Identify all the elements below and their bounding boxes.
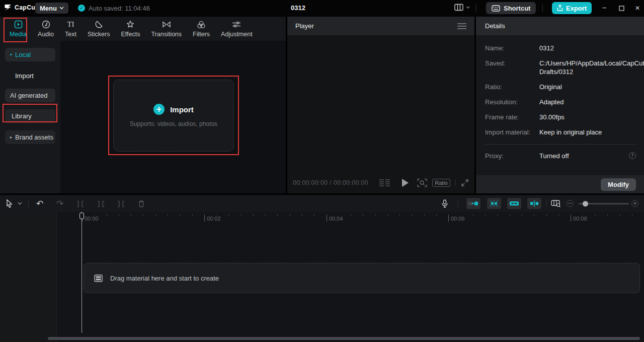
stickers-icon (95, 20, 103, 29)
tab-label: Stickers (88, 31, 110, 38)
export-button[interactable]: Export (552, 2, 592, 14)
detail-value: Adapted (539, 98, 564, 106)
project-title: 0312 (291, 4, 305, 12)
slider-handle[interactable] (583, 201, 588, 207)
import-button-label: Import (170, 105, 194, 114)
caret-right-icon: ▸ (10, 135, 12, 140)
fullscreen-icon[interactable] (461, 179, 469, 187)
export-icon (557, 5, 563, 12)
playhead[interactable] (82, 212, 82, 333)
shortcut-button[interactable]: Shortcut (486, 2, 536, 14)
playhead-handle[interactable] (79, 213, 84, 219)
player-panel: Player 00:00:00:00 / 00:00:00:00 Ratio (287, 17, 474, 193)
undo-button[interactable]: ↶ (33, 195, 46, 212)
delete-right-button[interactable]: ][ (115, 195, 128, 212)
detail-label: Name: (485, 44, 539, 52)
shortcut-label: Shortcut (504, 5, 530, 12)
timeline-preview-button[interactable] (549, 195, 562, 212)
play-button[interactable] (402, 179, 409, 187)
chevron-down-icon (59, 7, 64, 10)
sidebar-item-import[interactable]: Import (0, 71, 60, 81)
capcut-logo-icon (4, 4, 12, 12)
horizontal-scrollbar[interactable] (48, 337, 640, 340)
sidebar-item-ai-generated[interactable]: AI generated (5, 89, 55, 102)
menu-button[interactable]: Menu (35, 3, 68, 14)
timeline-zoom-slider[interactable] (579, 203, 629, 204)
tab-adjustment[interactable]: Adjustment (215, 20, 258, 38)
sidebar-item-label: Brand assets (15, 133, 53, 141)
close-button[interactable]: ✕ (631, 0, 644, 16)
detail-row-framerate: Frame rate: 30.00fps (485, 113, 635, 121)
tab-effects[interactable]: Effects (115, 20, 145, 38)
split-button[interactable]: ][ (74, 195, 87, 212)
ruler-label: 00:04 (327, 215, 343, 222)
chevron-down-icon (18, 202, 22, 205)
tab-stickers[interactable]: Stickers (82, 20, 115, 38)
player-controls: 00:00:00:00 / 00:00:00:00 Ratio (287, 172, 474, 193)
linking-button[interactable] (507, 198, 521, 209)
help-icon[interactable]: ? (629, 152, 636, 159)
import-hint: Supports: videos, audios, photos (130, 120, 217, 127)
track-dropzone[interactable]: Drag material here and start to create (84, 263, 640, 293)
delete-button[interactable] (135, 195, 148, 212)
details-title: Details (485, 22, 505, 30)
tab-media[interactable]: Media (4, 20, 32, 38)
tab-transitions[interactable]: Transitions (145, 20, 187, 38)
tab-filters[interactable]: Filters (187, 20, 215, 38)
tab-audio[interactable]: Audio (32, 20, 59, 38)
adjustment-icon (232, 20, 241, 29)
frame-step-icon[interactable] (379, 179, 390, 186)
zoom-in-button[interactable]: + (631, 200, 638, 207)
import-dropzone[interactable]: + Import Supports: videos, audios, photo… (113, 80, 234, 152)
export-label: Export (566, 5, 587, 12)
record-voiceover-button[interactable] (439, 195, 451, 212)
time-ruler[interactable] (82, 214, 639, 217)
magnetic-snap-icon (468, 200, 478, 207)
ruler-label: 00:00 (82, 215, 99, 222)
audio-icon (42, 20, 50, 29)
timecode-display: 00:00:00:00 / 00:00:00:00 (293, 179, 368, 186)
tab-text[interactable]: TI Text (59, 20, 82, 38)
media-sidebar: ▾ Local Import AI generated Library ▸ Br… (0, 41, 60, 193)
capcut-logo: CapCut (4, 4, 38, 12)
tab-label: Transitions (151, 31, 182, 38)
keyboard-icon (492, 5, 500, 12)
ruler-label: 00:06 (448, 215, 465, 222)
autosave-check-icon: ✓ (78, 5, 85, 12)
main-track-magnetic-button[interactable] (466, 198, 480, 209)
player-header: Player (287, 17, 474, 35)
sidebar-item-label: Library (12, 112, 32, 120)
cursor-icon (6, 199, 14, 208)
modify-button[interactable]: Modify (601, 178, 636, 191)
sidebar-item-label: Local (15, 51, 31, 58)
player-menu-icon[interactable] (457, 23, 466, 29)
zoom-out-button[interactable]: − (567, 200, 574, 207)
track-header-gutter (0, 212, 57, 342)
maximize-button[interactable] (615, 0, 628, 16)
select-cursor-button[interactable] (4, 195, 15, 212)
layout-switch-button[interactable] (454, 4, 470, 11)
player-title: Player (295, 22, 314, 30)
divider (28, 200, 29, 207)
microphone-icon (441, 199, 448, 208)
preview-quality-icon[interactable] (417, 178, 427, 187)
divider (485, 144, 635, 145)
tab-label: Text (65, 31, 76, 38)
minimize-button[interactable]: ─ (598, 0, 611, 16)
auto-snapping-button[interactable] (487, 198, 501, 209)
ratio-button[interactable]: Ratio (432, 179, 450, 187)
sidebar-item-local[interactable]: ▾ Local (5, 48, 55, 61)
track-dropzone-hint: Drag material here and start to create (110, 275, 219, 282)
preview-axis-button[interactable] (527, 198, 541, 209)
sidebar-item-brand-assets[interactable]: ▸ Brand assets (5, 130, 55, 144)
detail-row-ratio: Ratio: Original (485, 83, 635, 91)
divider (455, 179, 456, 186)
cursor-mode-dropdown[interactable] (16, 195, 23, 212)
delete-left-button[interactable]: ][ (95, 195, 108, 212)
autosave-text: Auto saved: 11:04:46 (89, 5, 150, 12)
effects-icon (126, 20, 135, 29)
details-footer: Modify (476, 175, 644, 193)
redo-button[interactable]: ↷ (53, 195, 66, 212)
sidebar-item-library[interactable]: Library (5, 109, 55, 123)
timeline-toolbar: ↶ ↷ ][ ][ ][ − + (0, 195, 644, 212)
